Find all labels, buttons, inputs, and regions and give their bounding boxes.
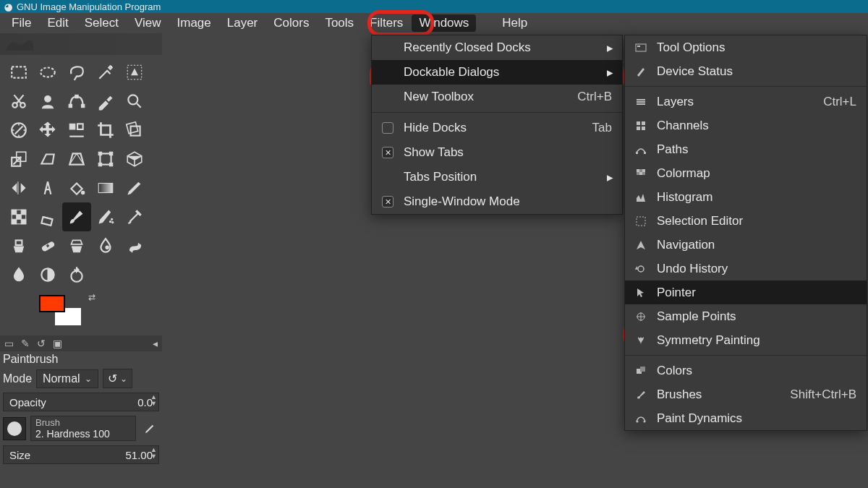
tool-gradient[interactable] xyxy=(91,174,120,202)
menu-layer[interactable]: Layer xyxy=(220,14,265,32)
menu-item-label: Selection Editor xyxy=(657,214,743,228)
menu-windows[interactable]: Windows xyxy=(412,14,476,32)
dock-tabs: ▭ ✎ ↺ ▣ ◂ xyxy=(0,335,162,351)
tool-text[interactable] xyxy=(33,174,62,202)
tool-by-color-select[interactable] xyxy=(120,58,149,87)
brush-preview[interactable] xyxy=(3,417,26,440)
tool-rotate[interactable] xyxy=(120,116,149,145)
tool-paintbrush[interactable] xyxy=(62,202,91,231)
menu-item-recently-closed-docks[interactable]: Recently Closed Docks ▸ xyxy=(372,35,622,60)
submenu-item-layers[interactable]: Layers Ctrl+L xyxy=(625,90,867,114)
pencil-icon xyxy=(143,422,156,435)
tool-ellipse-select[interactable] xyxy=(33,58,62,87)
tool-fuzzy-select[interactable] xyxy=(91,58,120,87)
submenu-item-selection-editor[interactable]: Selection Editor xyxy=(625,209,867,233)
size-slider[interactable]: Size 51.00 ▲▼ xyxy=(3,445,159,464)
menu-item-show-tabs[interactable]: Show Tabs xyxy=(372,140,622,165)
tool-shear[interactable] xyxy=(33,145,62,174)
menu-item-tabs-position[interactable]: Tabs Position ▸ xyxy=(372,165,622,189)
menu-item-dockable-dialogs[interactable]: Dockable Dialogs ▸ xyxy=(372,60,622,85)
navigation-icon xyxy=(635,239,647,251)
tool-bucket-fill[interactable] xyxy=(62,174,91,202)
opacity-slider[interactable]: Opacity 0.0 ▲▼ xyxy=(3,393,159,411)
submenu-item-paint-dynamics[interactable]: Paint Dynamics xyxy=(625,406,867,430)
tool-clone[interactable] xyxy=(4,231,33,260)
dock-tab-history-icon[interactable]: ↺ xyxy=(37,338,46,349)
submenu-item-colormap[interactable]: Colormap xyxy=(625,161,867,185)
tool-move[interactable] xyxy=(33,116,62,145)
menu-view[interactable]: View xyxy=(127,14,169,32)
brush-name-field[interactable]: Brush 2. Hardness 100 xyxy=(30,416,136,441)
tool-foreground-select[interactable] xyxy=(33,87,62,116)
tool-perspective[interactable] xyxy=(62,145,91,174)
tool-unified-transform[interactable] xyxy=(91,145,120,174)
menu-image[interactable]: Image xyxy=(170,14,218,32)
spinner-arrows-icon[interactable]: ▲▼ xyxy=(150,447,157,460)
tool-rectangle-select[interactable] xyxy=(4,58,33,87)
submenu-item-colors[interactable]: Colors xyxy=(625,359,867,382)
tool-pencil[interactable] xyxy=(120,174,149,202)
tool-perspective-clone[interactable] xyxy=(62,231,91,260)
submenu-item-device-status[interactable]: Device Status xyxy=(625,59,867,83)
submenu-item-undo-history[interactable]: Undo History xyxy=(625,257,867,281)
menu-tools[interactable]: Tools xyxy=(318,14,361,32)
menu-item-single-window-mode[interactable]: Single-Window Mode xyxy=(372,189,622,214)
submenu-item-histogram[interactable]: Histogram xyxy=(625,185,867,209)
submenu-item-brushes[interactable]: Brushes Shift+Ctrl+B xyxy=(625,382,867,406)
dock-menu-icon[interactable]: ◂ xyxy=(153,338,158,349)
app-title: GNU Image Manipulation Program xyxy=(17,1,161,12)
color-swatches[interactable]: ⇄ xyxy=(39,295,90,331)
tool-zoom[interactable] xyxy=(120,87,149,116)
tool-free-select[interactable] xyxy=(62,58,91,87)
tool-eraser[interactable] xyxy=(33,202,62,231)
dock-tab-images-icon[interactable]: ▣ xyxy=(53,338,62,349)
menu-accel: Ctrl+B xyxy=(577,90,612,104)
fg-color-swatch[interactable] xyxy=(39,295,65,312)
tool-blur-sharpen[interactable] xyxy=(91,231,120,260)
pointer-icon xyxy=(635,287,647,299)
swap-colors-icon[interactable]: ⇄ xyxy=(88,292,95,302)
tool-crop[interactable] xyxy=(91,116,120,145)
svg-rect-44 xyxy=(642,127,645,130)
mode-value: Normal xyxy=(43,372,80,385)
submenu-item-paths[interactable]: Paths xyxy=(625,137,867,161)
spinner-arrows-icon[interactable]: ▲▼ xyxy=(150,394,157,407)
tool-paths[interactable] xyxy=(62,87,91,116)
menu-item-new-toolbox[interactable]: New Toolbox Ctrl+B xyxy=(372,85,622,109)
tool-scissors[interactable] xyxy=(4,87,33,116)
tool-cage[interactable] xyxy=(120,145,149,174)
dock-tab-tool-options-icon[interactable]: ▭ xyxy=(4,338,14,349)
submenu-item-sample-points[interactable]: Sample Points xyxy=(625,304,867,328)
menu-edit[interactable]: Edit xyxy=(40,14,75,32)
tool-color-picker[interactable] xyxy=(91,87,120,116)
menu-item-label: Show Tabs xyxy=(404,145,464,160)
menu-colors[interactable]: Colors xyxy=(266,14,316,32)
submenu-item-pointer[interactable]: Pointer xyxy=(625,281,867,304)
tool-align[interactable] xyxy=(62,116,91,145)
tool-colorize[interactable] xyxy=(33,260,62,289)
menu-filters[interactable]: Filters xyxy=(362,14,410,32)
tool-scale[interactable] xyxy=(4,145,33,174)
tool-ink[interactable] xyxy=(120,202,149,231)
menu-help[interactable]: Help xyxy=(495,14,535,32)
tool-warp[interactable] xyxy=(62,260,91,289)
submenu-item-channels[interactable]: Channels xyxy=(625,114,867,137)
tool-heal[interactable] xyxy=(33,231,62,260)
tool-measure[interactable] xyxy=(4,116,33,145)
tool-smudge[interactable] xyxy=(120,231,149,260)
menu-file[interactable]: File xyxy=(4,14,38,32)
dock-tab-device-icon[interactable]: ✎ xyxy=(21,338,30,349)
submenu-item-navigation[interactable]: Navigation xyxy=(625,233,867,257)
submenu-item-symmetry-painting[interactable]: Symmetry Painting xyxy=(625,328,867,352)
tool-dodge[interactable] xyxy=(4,260,33,289)
brush-edit-button[interactable] xyxy=(140,419,159,438)
mode-reset-button[interactable]: ↺ ⌄ xyxy=(103,369,132,388)
tool-airbrush[interactable] xyxy=(91,202,120,231)
tool-flip[interactable] xyxy=(4,174,33,202)
mode-combo[interactable]: Normal ⌄ xyxy=(36,369,98,388)
menu-select[interactable]: Select xyxy=(77,14,126,32)
menu-item-hide-docks[interactable]: Hide Docks Tab xyxy=(372,116,622,140)
menu-item-label: Pointer xyxy=(657,286,696,300)
tool-dodge-burn-grid[interactable] xyxy=(4,202,33,231)
submenu-item-tool-options[interactable]: Tool Options xyxy=(625,35,867,59)
